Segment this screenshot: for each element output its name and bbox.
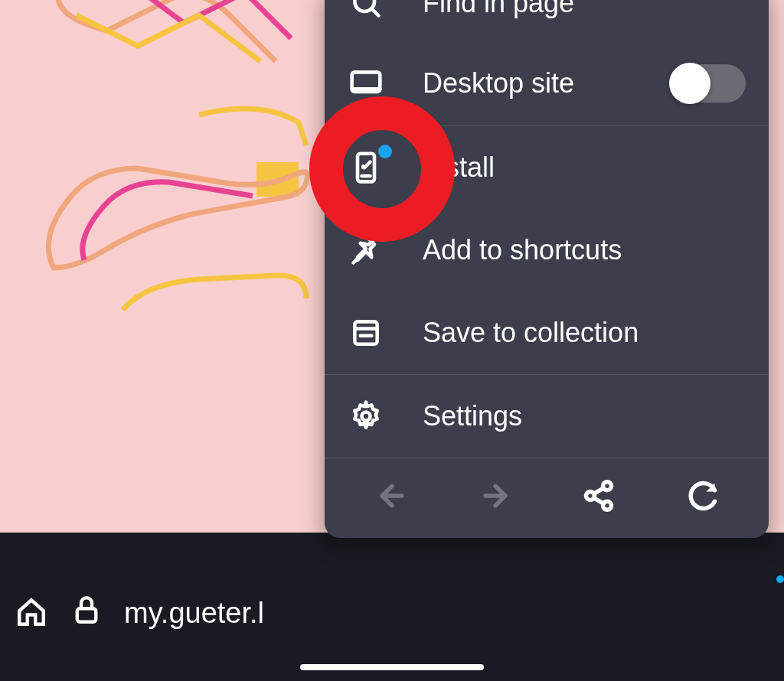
menu-label: Settings — [423, 400, 746, 432]
menu-item-find[interactable]: Find in page — [325, 0, 769, 41]
menu-label: Save to collection — [423, 317, 746, 349]
pin-icon — [348, 232, 384, 269]
share-button[interactable] — [580, 477, 618, 515]
menu-label: Desktop site — [423, 67, 631, 99]
browser-bottom-bar: my.gueter.l — [0, 533, 784, 681]
url-text: my.gueter.l — [124, 597, 264, 630]
svg-rect-5 — [354, 321, 377, 344]
gear-icon — [348, 398, 384, 435]
menu-label: Find in page — [423, 0, 746, 19]
search-icon — [348, 0, 384, 21]
menu-item-shortcuts[interactable]: Add to shortcuts — [325, 209, 769, 292]
hand-illustration — [0, 0, 352, 352]
menu-item-desktop-site[interactable]: Desktop site — [325, 41, 769, 125]
menu-action-bar — [325, 458, 769, 536]
lock-icon — [70, 594, 103, 633]
menu-item-collection[interactable]: Save to collection — [325, 292, 769, 374]
notification-dot-icon — [378, 145, 392, 158]
url-display[interactable]: my.gueter.l — [70, 594, 264, 633]
collection-icon — [348, 314, 384, 351]
forward-button[interactable] — [476, 477, 514, 515]
home-indicator — [300, 664, 484, 670]
svg-point-6 — [362, 412, 371, 421]
svg-rect-1 — [77, 608, 96, 622]
menu-label: Install — [423, 152, 746, 184]
back-button[interactable] — [373, 477, 411, 515]
desktop-icon — [348, 65, 384, 102]
browser-menu: Find in page Desktop site Install Add to… — [325, 0, 769, 538]
edge-notification-dot — [776, 575, 784, 583]
menu-label: Add to shortcuts — [423, 234, 746, 266]
install-icon — [348, 149, 384, 186]
reload-button[interactable] — [683, 477, 721, 515]
menu-item-settings[interactable]: Settings — [325, 375, 769, 458]
desktop-site-toggle[interactable] — [669, 64, 746, 103]
menu-item-install[interactable]: Install — [325, 126, 769, 209]
home-icon[interactable] — [15, 596, 47, 631]
